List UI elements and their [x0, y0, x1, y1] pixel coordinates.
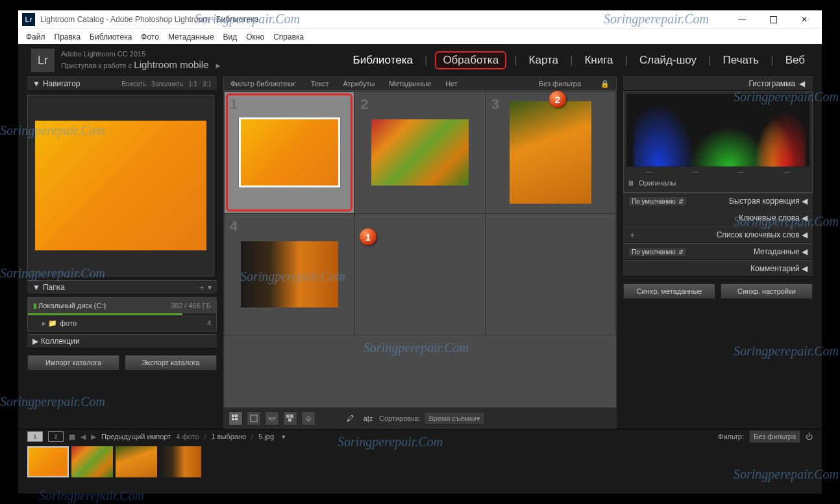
- menu-window[interactable]: Окно: [246, 32, 264, 42]
- quick-develop-title: Быстрая коррекция: [692, 197, 800, 206]
- import-catalog-button[interactable]: Импорт каталога: [27, 355, 119, 370]
- menu-help[interactable]: Справка: [273, 32, 304, 42]
- filter-attributes[interactable]: Атрибуты: [343, 80, 375, 88]
- svg-rect-0: [770, 16, 776, 23]
- grid-cell-3[interactable]: 3: [486, 91, 616, 213]
- painter-icon[interactable]: 🖍: [343, 411, 357, 426]
- folders-header[interactable]: ▼ Папка ＋ ▾: [27, 280, 217, 294]
- minimize-button[interactable]: —: [732, 13, 752, 26]
- menu-library[interactable]: Библиотека: [90, 32, 132, 42]
- filmstrip-thumb-3[interactable]: [116, 446, 157, 477]
- filmstrip: 1 2 ▦ ◀ ▶ Предыдущий импорт 4 фото / 1 в…: [18, 429, 822, 494]
- chevron-down-icon: ◀: [799, 79, 805, 88]
- people-view-icon[interactable]: ☺: [301, 411, 315, 426]
- quick-develop-header[interactable]: По умолчанию ⇵ Быстрая коррекция ◀: [623, 193, 813, 210]
- thumbnail-3: [510, 101, 591, 204]
- filmstrip-thumb-1[interactable]: [27, 446, 69, 477]
- compare-view-icon[interactable]: X|Y: [265, 411, 279, 426]
- grid-cell-1[interactable]: 1: [224, 91, 354, 213]
- header: Lr Adobe Lightroom CC 2015 Приступая к р…: [18, 44, 822, 77]
- navigator-header[interactable]: ▼ Навигатор Вписать Заполнить 1:1 3:1: [27, 77, 217, 91]
- maximize-button[interactable]: [763, 13, 783, 26]
- export-catalog-button[interactable]: Экспорт каталога: [125, 355, 217, 370]
- filter-switch-icon[interactable]: ⏻: [806, 433, 813, 440]
- module-web[interactable]: Веб: [782, 52, 809, 69]
- chevron-left-icon: ◀: [800, 213, 808, 222]
- nav-fill[interactable]: Заполнить: [151, 80, 183, 88]
- filmstrip-thumb-4[interactable]: [160, 446, 201, 477]
- monitor-2[interactable]: 2: [48, 431, 64, 442]
- main-body: ▼ Навигатор Вписать Заполнить 1:1 3:1 ▼ …: [18, 77, 822, 429]
- sync-metadata-button[interactable]: Синхр. метаданные: [623, 283, 715, 299]
- keywords-header[interactable]: Ключевые слова ◀: [623, 210, 813, 226]
- window-title: Lightroom Catalog - Adobe Photoshop Ligh…: [40, 15, 732, 24]
- module-book[interactable]: Книга: [580, 52, 617, 69]
- application-window: Lr Lightroom Catalog - Adobe Photoshop L…: [18, 10, 822, 494]
- filmstrip-filter-dropdown[interactable]: Без фильтра: [749, 430, 800, 443]
- filter-metadata[interactable]: Метаданные: [389, 80, 431, 88]
- left-panel: ▼ Навигатор Вписать Заполнить 1:1 3:1 ▼ …: [27, 77, 217, 429]
- loupe-view-icon[interactable]: [247, 411, 261, 426]
- catalog-buttons: Импорт каталога Экспорт каталога: [27, 355, 217, 370]
- metadata-preset-dropdown[interactable]: По умолчанию ⇵: [628, 247, 687, 257]
- filmstrip-thumb-2[interactable]: [71, 446, 113, 477]
- nav-fit[interactable]: Вписать: [121, 80, 146, 88]
- navigator-preview[interactable]: [27, 95, 214, 276]
- module-print[interactable]: Печать: [719, 52, 763, 69]
- menu-metadata[interactable]: Метаданные: [168, 32, 214, 42]
- navigator-image: [35, 121, 206, 250]
- folders-panel: ▮ Локальный диск (C:) 382 / 466 ГБ ▸ 📁 ф…: [27, 297, 217, 331]
- identity-mobile[interactable]: Lightroom mobile: [134, 59, 208, 70]
- grid-view[interactable]: 1 2 3 4: [223, 91, 617, 408]
- filter-text[interactable]: Текст: [311, 80, 329, 88]
- filmstrip-thumbnails[interactable]: [27, 444, 813, 494]
- menu-file[interactable]: Файл: [26, 32, 45, 42]
- collections-header[interactable]: ▶ Коллекции: [27, 334, 217, 348]
- nav-1-1[interactable]: 1:1: [188, 80, 197, 88]
- chevron-down-icon[interactable]: ▾: [282, 433, 286, 441]
- menu-edit[interactable]: Правка: [55, 32, 81, 42]
- module-picker: Библиотека| Обработка| Карта| Книга| Сла…: [349, 51, 809, 69]
- quickdev-preset-dropdown[interactable]: По умолчанию ⇵: [628, 197, 687, 206]
- filter-none[interactable]: Нет: [445, 80, 458, 88]
- nav-ratio[interactable]: 3:1: [203, 80, 212, 88]
- close-button[interactable]: ✕: [795, 13, 814, 26]
- histogram[interactable]: [626, 94, 809, 167]
- folder-disk-name: Локальный диск (C:): [38, 302, 106, 309]
- grid-mode-icon[interactable]: ▦: [69, 433, 75, 441]
- nav-back-icon[interactable]: ◀: [80, 433, 86, 441]
- grid-view-icon[interactable]: [229, 411, 243, 426]
- nav-fwd-icon[interactable]: ▶: [91, 433, 96, 441]
- menu-photo[interactable]: Фото: [141, 32, 159, 42]
- histogram-originals[interactable]: 🗎 Оригиналы: [626, 176, 809, 189]
- module-library[interactable]: Библиотека: [349, 52, 417, 69]
- sync-settings-button[interactable]: Синхр. настройки: [721, 283, 813, 299]
- window-controls: — ✕: [732, 13, 818, 26]
- grid-cell-4[interactable]: 4: [224, 213, 354, 335]
- folder-disk-usage: 382 / 466 ГБ: [171, 302, 211, 309]
- svg-rect-3: [232, 418, 234, 420]
- sort-direction-icon[interactable]: a|z: [361, 411, 375, 426]
- filmstrip-filter-label: Фильтр:: [718, 433, 744, 440]
- lock-icon[interactable]: 🔒: [600, 80, 610, 88]
- keyword-list-header[interactable]: ＋ Список ключевых слов ◀: [623, 226, 813, 243]
- survey-view-icon[interactable]: [283, 411, 297, 426]
- comment-header[interactable]: Комментарий ◀: [623, 260, 813, 277]
- filmstrip-source[interactable]: Предыдущий импорт: [101, 433, 171, 440]
- module-slideshow[interactable]: Слайд-шоу: [636, 52, 700, 69]
- menu-view[interactable]: Вид: [223, 32, 238, 42]
- monitor-1[interactable]: 1: [27, 431, 43, 442]
- folder-disk[interactable]: ▮ Локальный диск (C:) 382 / 466 ГБ: [28, 298, 216, 313]
- folder-photo[interactable]: ▸ 📁 фото 4: [28, 315, 216, 331]
- filter-label: Фильтр библиотеки:: [230, 80, 297, 88]
- module-develop[interactable]: Обработка: [435, 51, 506, 69]
- metadata-header[interactable]: По умолчанию ⇵ Метаданные ◀: [623, 243, 813, 260]
- module-map[interactable]: Карта: [525, 52, 563, 69]
- identity-logo: Lr: [31, 49, 55, 72]
- sort-dropdown[interactable]: Время съёмки ▾: [424, 412, 484, 425]
- sync-buttons: Синхр. метаданные Синхр. настройки: [623, 283, 813, 299]
- filter-preset[interactable]: Без фильтра: [539, 80, 581, 88]
- grid-cell-2[interactable]: 2: [354, 91, 485, 213]
- histogram-header[interactable]: Гистограмма ◀: [623, 77, 813, 91]
- add-icon[interactable]: ＋: [628, 230, 636, 241]
